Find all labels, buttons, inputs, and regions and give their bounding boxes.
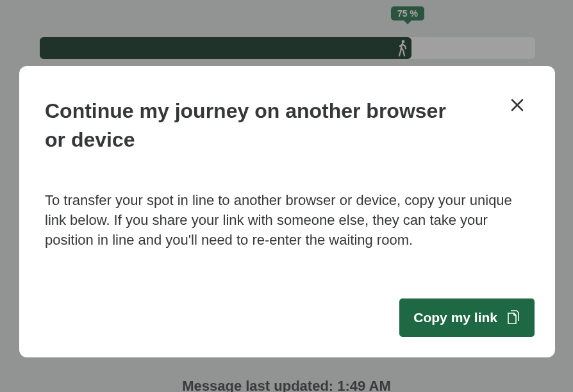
transfer-link-modal: Continue my journey on another browser o… [19,66,555,357]
modal-body-text: To transfer your spot in line to another… [45,190,527,250]
page-root: 75 % Message last updated: 1:49 AM Conti… [0,0,573,392]
modal-title: Continue my journey on another browser o… [45,97,468,154]
copy-link-label: Copy my link [413,310,497,325]
copy-link-button[interactable]: Copy my link [399,298,535,337]
close-icon [510,98,524,112]
close-button[interactable] [508,95,527,115]
copy-icon [506,309,520,326]
